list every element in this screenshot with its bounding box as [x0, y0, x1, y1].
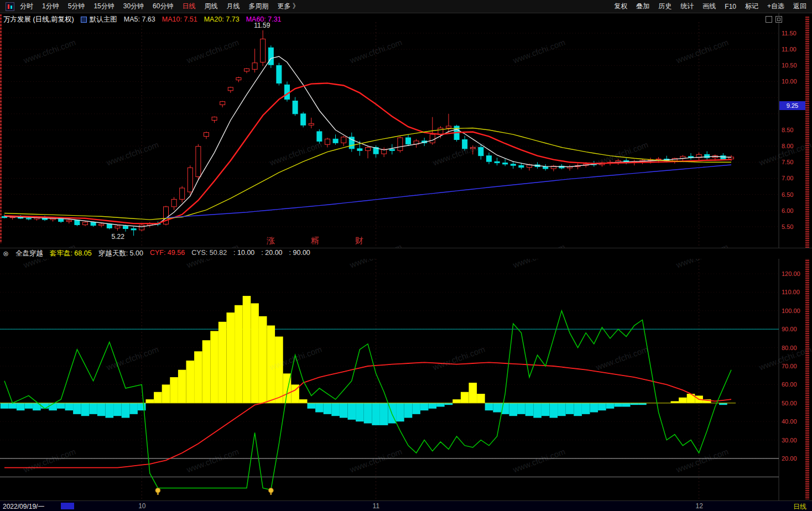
period-label: 日线 — [793, 502, 806, 511]
svg-text:60.00: 60.00 — [782, 381, 797, 388]
indicator-value: CYS: 50.82 — [191, 249, 227, 258]
indicator-values: 全盘穿越套牢盘: 68.05穿越天数: 5.00CYF: 49.56CYS: 5… — [15, 249, 310, 258]
ma-label: MA20: 7.73 — [204, 15, 240, 23]
tool-item[interactable]: 复权 — [614, 2, 627, 11]
overlay-label: 默认主图 — [90, 15, 117, 24]
svg-text:5.50: 5.50 — [782, 223, 793, 230]
period-item[interactable]: 15分钟 — [93, 2, 114, 11]
date-label: 2022/09/19/一 — [3, 502, 44, 511]
date-cursor-box — [61, 503, 74, 509]
svg-text:糈: 糈 — [310, 236, 319, 245]
window-icon[interactable] — [775, 16, 782, 23]
month-label: 10 — [138, 502, 145, 510]
svg-text:110.00: 110.00 — [782, 289, 800, 295]
bottom-status-bar: 2022/09/19/一 101112 日线 — [0, 500, 812, 511]
svg-text:11.50: 11.50 — [782, 30, 797, 36]
tool-item[interactable]: 返回 — [793, 2, 806, 11]
svg-text:8.50: 8.50 — [782, 127, 793, 133]
period-item[interactable]: 5分钟 — [68, 2, 85, 11]
tools-menu: 复权叠加历史统计画线F10标记+自选返回 — [614, 2, 806, 11]
svg-text:财: 财 — [355, 236, 363, 245]
period-item[interactable]: 月线 — [226, 2, 240, 11]
overlay-selector[interactable]: 默认主图 — [81, 15, 117, 24]
svg-text:20.00: 20.00 — [782, 455, 797, 462]
ma-values: MA5: 7.63MA10: 7.51MA20: 7.73MA60: 7.31 — [124, 15, 282, 23]
tool-item[interactable]: 统计 — [680, 2, 694, 11]
main-chart-header: 万方发展 (日线,前复权) 默认主图 MA5: 7.63MA10: 7.51MA… — [3, 15, 282, 24]
svg-text:5.22: 5.22 — [112, 233, 125, 241]
indicator-value: : 10.00 — [233, 249, 254, 258]
svg-text:50.00: 50.00 — [782, 400, 797, 406]
tool-item[interactable]: 历史 — [658, 2, 672, 11]
period-item[interactable]: 1分钟 — [42, 2, 59, 11]
current-price-badge: 9.25 — [779, 101, 805, 110]
indicator-value: 穿越天数: 5.00 — [98, 249, 143, 258]
month-label: 11 — [373, 502, 379, 510]
expand-icon[interactable] — [766, 16, 772, 23]
period-menu: 分时1分钟5分钟15分钟30分钟60分钟日线周线月线多周期更多 》 — [20, 2, 299, 11]
app-logo-icon — [6, 2, 14, 11]
svg-text:11.00: 11.00 — [782, 46, 797, 53]
tool-item[interactable]: 叠加 — [636, 2, 649, 11]
svg-text:90.00: 90.00 — [782, 326, 797, 332]
indicator-header: ⊗ 全盘穿越套牢盘: 68.05穿越天数: 5.00CYF: 49.56CYS:… — [0, 248, 812, 259]
svg-text:80.00: 80.00 — [782, 345, 797, 351]
svg-text:8.00: 8.00 — [782, 143, 793, 149]
indicator-value: CYF: 49.56 — [150, 249, 185, 258]
layers-icon — [81, 17, 87, 23]
panel-controls — [766, 16, 782, 23]
top-toolbar: 分时1分钟5分钟15分钟30分钟60分钟日线周线月线多周期更多 》 复权叠加历史… — [0, 0, 812, 13]
indicator-value: : 90.00 — [289, 249, 310, 258]
period-item[interactable]: 更多 》 — [277, 2, 299, 11]
tool-item[interactable]: 标记 — [745, 2, 758, 11]
svg-text:7.00: 7.00 — [782, 175, 793, 181]
close-indicator-icon[interactable]: ⊗ — [3, 250, 9, 257]
indicator-chart[interactable]: 120.00110.00100.0090.0080.0070.0060.0050… — [0, 259, 812, 500]
svg-text:10.50: 10.50 — [782, 62, 797, 69]
svg-text:70.00: 70.00 — [782, 363, 797, 369]
svg-text:40.00: 40.00 — [782, 418, 797, 425]
period-item[interactable]: 30分钟 — [123, 2, 144, 11]
tool-item[interactable]: 画线 — [702, 2, 716, 11]
svg-text:6.00: 6.00 — [782, 207, 793, 214]
app-window: 分时1分钟5分钟15分钟30分钟60分钟日线周线月线多周期更多 》 复权叠加历史… — [0, 0, 812, 511]
tool-item[interactable]: +自选 — [767, 2, 784, 11]
svg-text:10.00: 10.00 — [782, 78, 797, 85]
indicator-value: 套牢盘: 68.05 — [50, 249, 92, 258]
svg-text:6.50: 6.50 — [782, 191, 793, 198]
indicator-value: : 20.00 — [261, 249, 282, 258]
period-item[interactable]: 日线 — [182, 2, 195, 11]
indicator-value: 全盘穿越 — [15, 249, 43, 258]
left-marker-strip — [0, 14, 2, 243]
period-item[interactable]: 周线 — [204, 2, 217, 11]
period-item[interactable]: 60分钟 — [153, 2, 173, 11]
period-item[interactable]: 多周期 — [248, 2, 268, 11]
ma-label: MA60: 7.31 — [246, 15, 282, 23]
main-candlestick-chart[interactable]: 11.5011.0010.5010.008.508.007.507.006.50… — [0, 13, 812, 248]
svg-text:涨: 涨 — [267, 236, 275, 245]
svg-text:30.00: 30.00 — [782, 437, 797, 444]
period-item[interactable]: 分时 — [20, 2, 33, 11]
ma-label: MA5: 7.63 — [124, 15, 155, 23]
svg-text:100.00: 100.00 — [782, 307, 800, 314]
svg-text:7.50: 7.50 — [782, 159, 793, 165]
tool-item[interactable]: F10 — [725, 3, 736, 11]
svg-text:120.00: 120.00 — [782, 270, 800, 277]
stock-title: 万方发展 (日线,前复权) — [3, 15, 74, 24]
ma-label: MA10: 7.51 — [162, 15, 197, 23]
month-label: 12 — [696, 502, 703, 510]
